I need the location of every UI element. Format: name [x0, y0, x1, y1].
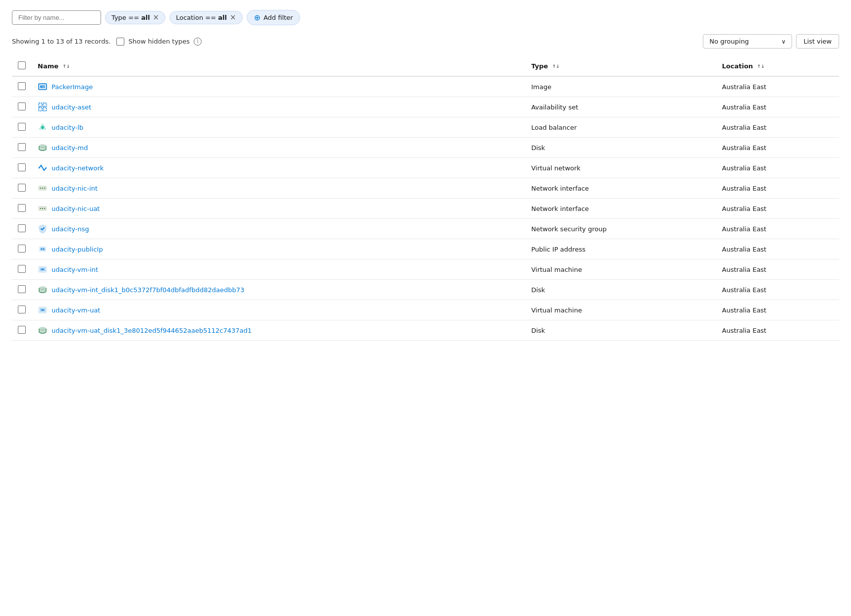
row-type-cell: Virtual network [525, 158, 716, 178]
row-checkbox-6[interactable] [12, 199, 32, 219]
location-filter-close-icon[interactable]: × [230, 14, 236, 21]
row-select-checkbox[interactable] [18, 184, 26, 192]
row-checkbox-1[interactable] [12, 97, 32, 117]
col-header-name[interactable]: Name ↑↓ [32, 56, 525, 76]
resource-table: Name ↑↓ Type ↑↓ Location ↑↓ PackerImage … [12, 56, 839, 341]
type-sort-icon[interactable]: ↑↓ [552, 64, 560, 69]
list-view-label: List view [803, 38, 832, 45]
table-row: udacity-vm-int_disk1_b0c5372f7bf04dbfadf… [12, 280, 839, 300]
name-sort-icon[interactable]: ↑↓ [63, 64, 70, 69]
grouping-dropdown[interactable]: No grouping ∨ [703, 34, 792, 49]
row-name-cell: udacity-network [32, 158, 525, 178]
row-name-cell: PackerImage [32, 76, 525, 97]
row-select-checkbox[interactable] [18, 265, 26, 273]
svg-rect-17 [42, 188, 43, 189]
row-select-checkbox[interactable] [18, 306, 26, 313]
name-cell-content: udacity-md [38, 143, 519, 153]
row-select-checkbox[interactable] [18, 123, 26, 131]
row-select-checkbox[interactable] [18, 204, 26, 212]
svg-rect-29 [42, 269, 44, 270]
resource-link[interactable]: udacity-aset [52, 103, 91, 111]
resource-link[interactable]: udacity-nsg [52, 225, 89, 233]
row-checkbox-5[interactable] [12, 178, 32, 199]
resource-link[interactable]: udacity-network [52, 164, 104, 172]
show-hidden-checkbox[interactable] [116, 38, 124, 46]
type-filter-chip[interactable]: Type == all × [105, 11, 165, 24]
search-input[interactable] [12, 10, 101, 25]
svg-rect-25 [41, 249, 42, 250]
row-name-cell: udacity-vm-uat [32, 300, 525, 320]
row-checkbox-8[interactable] [12, 239, 32, 259]
row-name-cell: udacity-publicIp [32, 239, 525, 259]
type-filter-close-icon[interactable]: × [153, 14, 160, 21]
add-filter-button[interactable]: ⊕ Add filter [247, 10, 301, 25]
svg-rect-21 [42, 208, 43, 209]
row-checkbox-9[interactable] [12, 259, 32, 280]
row-select-checkbox[interactable] [18, 163, 26, 171]
name-cell-content: udacity-vm-uat [38, 305, 519, 315]
row-location-cell: Australia East [716, 76, 839, 97]
name-cell-content: udacity-vm-int_disk1_b0c5372f7bf04dbfadf… [38, 285, 519, 295]
row-checkbox-11[interactable] [12, 300, 32, 320]
row-select-checkbox[interactable] [18, 143, 26, 151]
table-row: udacity-md DiskAustralia East [12, 138, 839, 158]
row-type-cell: Network interface [525, 199, 716, 219]
row-select-checkbox[interactable] [18, 285, 26, 293]
resource-link[interactable]: udacity-publicIp [52, 246, 103, 253]
resource-link[interactable]: udacity-vm-int [52, 266, 98, 273]
row-location-cell: Australia East [716, 280, 839, 300]
grouping-label: No grouping [709, 38, 749, 45]
show-hidden-info-icon[interactable]: i [194, 38, 202, 46]
nsg-icon [38, 224, 48, 234]
resource-link[interactable]: udacity-md [52, 144, 88, 152]
name-cell-content: udacity-publicIp [38, 244, 519, 254]
resource-link[interactable]: udacity-vm-int_disk1_b0c5372f7bf04dbfadf… [52, 286, 244, 294]
row-select-checkbox[interactable] [18, 82, 26, 90]
row-name-cell: udacity-vm-int [32, 259, 525, 280]
name-cell-content: udacity-lb [38, 122, 519, 132]
svg-rect-5 [43, 103, 47, 106]
svg-rect-22 [44, 208, 45, 209]
header-select-all[interactable] [12, 56, 32, 76]
row-checkbox-7[interactable] [12, 219, 32, 239]
resource-link[interactable]: udacity-nic-int [52, 185, 98, 192]
location-sort-icon[interactable]: ↑↓ [757, 64, 765, 69]
resource-link[interactable]: udacity-nic-uat [52, 205, 100, 212]
row-checkbox-4[interactable] [12, 158, 32, 178]
row-location-cell: Australia East [716, 97, 839, 117]
row-type-cell: Virtual machine [525, 259, 716, 280]
row-select-checkbox[interactable] [18, 245, 26, 253]
col-header-location[interactable]: Location ↑↓ [716, 56, 839, 76]
list-view-button[interactable]: List view [796, 34, 839, 49]
row-checkbox-3[interactable] [12, 138, 32, 158]
row-name-cell: udacity-aset [32, 97, 525, 117]
table-row: udacity-vm-int Virtual machineAustralia … [12, 259, 839, 280]
row-checkbox-12[interactable] [12, 320, 32, 341]
resource-link[interactable]: PackerImage [52, 83, 93, 91]
resource-link[interactable]: udacity-vm-uat [52, 307, 100, 314]
row-select-checkbox[interactable] [18, 326, 26, 334]
row-type-cell: Disk [525, 280, 716, 300]
resource-link[interactable]: udacity-lb [52, 124, 83, 131]
select-all-checkbox[interactable] [18, 61, 26, 69]
row-checkbox-10[interactable] [12, 280, 32, 300]
row-checkbox-0[interactable] [12, 76, 32, 97]
svg-point-14 [45, 167, 47, 169]
svg-point-36 [39, 330, 46, 333]
row-select-checkbox[interactable] [18, 224, 26, 232]
svg-point-31 [39, 290, 46, 293]
row-checkbox-2[interactable] [12, 117, 32, 138]
svg-point-13 [38, 167, 40, 169]
vm-icon [38, 305, 48, 315]
location-filter-chip[interactable]: Location == all × [169, 11, 242, 24]
row-name-cell: udacity-nic-uat [32, 199, 525, 219]
svg-rect-18 [44, 188, 45, 189]
col-header-type[interactable]: Type ↑↓ [525, 56, 716, 76]
row-type-cell: Virtual machine [525, 300, 716, 320]
table-row: udacity-nic-uat Network interfaceAustral… [12, 199, 839, 219]
row-type-cell: Load balancer [525, 117, 716, 138]
vm-icon [38, 264, 48, 274]
row-select-checkbox[interactable] [18, 103, 26, 110]
resource-link[interactable]: udacity-vm-uat_disk1_3e8012ed5f944652aae… [52, 327, 252, 334]
type-filter-label: Type == all [111, 14, 150, 21]
